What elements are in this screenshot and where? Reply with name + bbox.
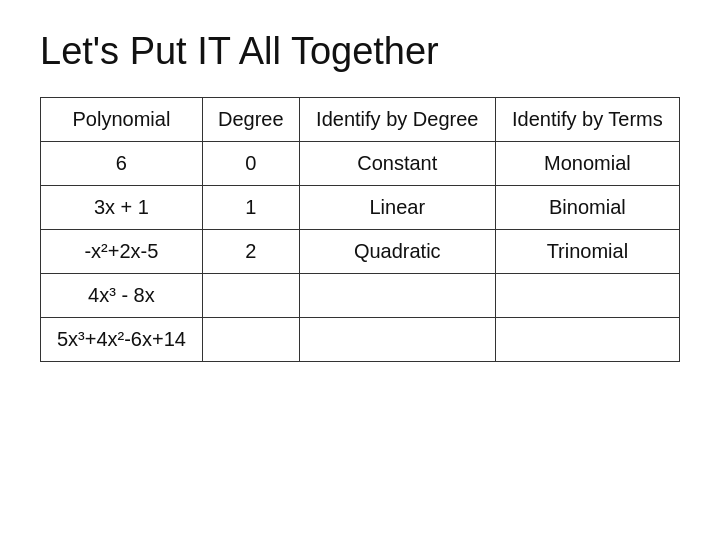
table-cell-1-1: 1 (202, 186, 299, 230)
table-cell-3-0: 4x³ - 8x (41, 274, 203, 318)
table-cell-3-3 (495, 274, 679, 318)
table-row: 3x + 11LinearBinomial (41, 186, 680, 230)
table-cell-2-2: Quadratic (299, 230, 495, 274)
table-row: 60ConstantMonomial (41, 142, 680, 186)
table-cell-2-0: -x²+2x-5 (41, 230, 203, 274)
table-cell-2-3: Trinomial (495, 230, 679, 274)
table-cell-0-2: Constant (299, 142, 495, 186)
table-cell-0-1: 0 (202, 142, 299, 186)
table-cell-4-3 (495, 318, 679, 362)
table-cell-4-1 (202, 318, 299, 362)
col-header-degree: Degree (202, 98, 299, 142)
page-title: Let's Put IT All Together (40, 30, 439, 73)
table-cell-1-0: 3x + 1 (41, 186, 203, 230)
table-row: 4x³ - 8x (41, 274, 680, 318)
table-row: 5x³+4x²-6x+14 (41, 318, 680, 362)
col-header-identify-by-terms: Identify by Terms (495, 98, 679, 142)
table-cell-0-3: Monomial (495, 142, 679, 186)
table-cell-0-0: 6 (41, 142, 203, 186)
col-header-identify-by-degree: Identify by Degree (299, 98, 495, 142)
table-cell-2-1: 2 (202, 230, 299, 274)
table-cell-3-1 (202, 274, 299, 318)
table-cell-1-2: Linear (299, 186, 495, 230)
table-cell-3-2 (299, 274, 495, 318)
table-cell-4-2 (299, 318, 495, 362)
polynomial-table: Polynomial Degree Identify by Degree Ide… (40, 97, 680, 362)
table-header-row: Polynomial Degree Identify by Degree Ide… (41, 98, 680, 142)
col-header-polynomial: Polynomial (41, 98, 203, 142)
table-cell-1-3: Binomial (495, 186, 679, 230)
table-row: -x²+2x-52QuadraticTrinomial (41, 230, 680, 274)
table-cell-4-0: 5x³+4x²-6x+14 (41, 318, 203, 362)
